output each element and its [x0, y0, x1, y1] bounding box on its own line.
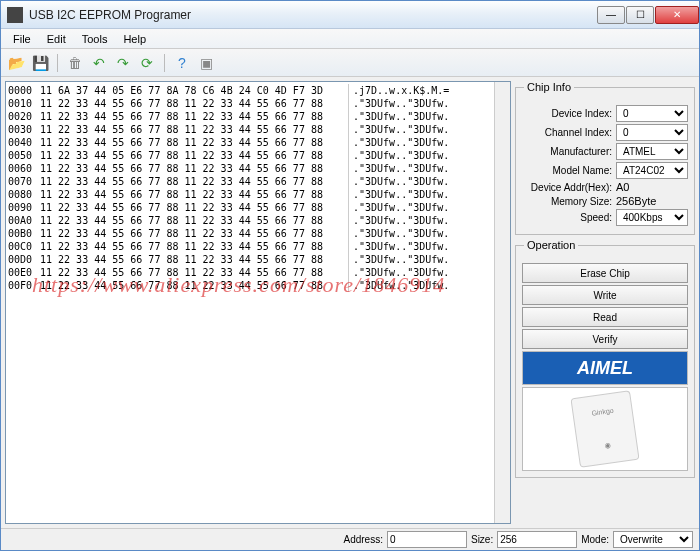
hex-row[interactable]: 006011 22 33 44 55 66 77 88 11 22 33 44 … — [8, 162, 492, 175]
hex-row[interactable]: 009011 22 33 44 55 66 77 88 11 22 33 44 … — [8, 201, 492, 214]
menu-edit[interactable]: Edit — [39, 31, 74, 47]
erase-chip-button[interactable]: Erase Chip — [522, 263, 688, 283]
chip-info-title: Chip Info — [524, 81, 574, 93]
scrollbar[interactable] — [494, 82, 510, 523]
statusbar: Address: Size: Mode: Overwrite — [1, 528, 699, 550]
hex-editor[interactable]: 000011 6A 37 44 05 E6 77 8A 78 C6 4B 24 … — [5, 81, 511, 524]
menubar: File Edit Tools Help — [1, 29, 699, 49]
speed-label: Speed: — [522, 212, 616, 223]
write-button[interactable]: Write — [522, 285, 688, 305]
operation-title: Operation — [524, 239, 578, 251]
hex-row[interactable]: 00A011 22 33 44 55 66 77 88 11 22 33 44 … — [8, 214, 492, 227]
info-icon[interactable]: ▣ — [195, 52, 217, 74]
hex-row[interactable]: 00E011 22 33 44 55 66 77 88 11 22 33 44 … — [8, 266, 492, 279]
hex-row[interactable]: 007011 22 33 44 55 66 77 88 11 22 33 44 … — [8, 175, 492, 188]
close-button[interactable]: ✕ — [655, 6, 699, 24]
save-icon[interactable]: 💾 — [29, 52, 51, 74]
redo-icon[interactable]: ↷ — [112, 52, 134, 74]
hex-row[interactable]: 00C011 22 33 44 55 66 77 88 11 22 33 44 … — [8, 240, 492, 253]
device-index-select[interactable]: 0 — [616, 105, 688, 122]
app-icon — [7, 7, 23, 23]
device-image: Ginkgo◉ — [522, 387, 688, 471]
device-addr-value: A0 — [616, 181, 688, 193]
device-addr-label: Device Addr(Hex): — [522, 182, 616, 193]
separator — [57, 54, 58, 72]
hex-row[interactable]: 003011 22 33 44 55 66 77 88 11 22 33 44 … — [8, 123, 492, 136]
hex-row[interactable]: 00D011 22 33 44 55 66 77 88 11 22 33 44 … — [8, 253, 492, 266]
speed-select[interactable]: 400Kbps — [616, 209, 688, 226]
hex-row[interactable]: 004011 22 33 44 55 66 77 88 11 22 33 44 … — [8, 136, 492, 149]
hex-row[interactable]: 00B011 22 33 44 55 66 77 88 11 22 33 44 … — [8, 227, 492, 240]
verify-button[interactable]: Verify — [522, 329, 688, 349]
device-index-label: Device Index: — [522, 108, 616, 119]
open-icon[interactable]: 📂 — [5, 52, 27, 74]
hex-row[interactable]: 002011 22 33 44 55 66 77 88 11 22 33 44 … — [8, 110, 492, 123]
hex-row[interactable]: 001011 22 33 44 55 66 77 88 11 22 33 44 … — [8, 97, 492, 110]
manufacturer-select[interactable]: ATMEL — [616, 143, 688, 160]
operation-group: Operation Erase Chip Write Read Verify A… — [515, 239, 695, 478]
window-title: USB I2C EEPROM Programer — [29, 8, 596, 22]
address-input[interactable] — [387, 531, 467, 548]
minimize-button[interactable]: — — [597, 6, 625, 24]
hex-row[interactable]: 000011 6A 37 44 05 E6 77 8A 78 C6 4B 24 … — [8, 84, 492, 97]
menu-file[interactable]: File — [5, 31, 39, 47]
size-label: Size: — [471, 534, 493, 545]
hex-row[interactable]: 00F011 22 33 44 55 66 77 88 11 22 33 44 … — [8, 279, 492, 292]
maximize-button[interactable]: ☐ — [626, 6, 654, 24]
menu-help[interactable]: Help — [115, 31, 154, 47]
address-label: Address: — [344, 534, 383, 545]
help-icon[interactable]: ? — [171, 52, 193, 74]
mode-select[interactable]: Overwrite — [613, 531, 693, 548]
delete-icon[interactable]: 🗑 — [64, 52, 86, 74]
channel-index-label: Channel Index: — [522, 127, 616, 138]
refresh-icon[interactable]: ⟳ — [136, 52, 158, 74]
mode-label: Mode: — [581, 534, 609, 545]
hex-row[interactable]: 005011 22 33 44 55 66 77 88 11 22 33 44 … — [8, 149, 492, 162]
size-input[interactable] — [497, 531, 577, 548]
undo-icon[interactable]: ↶ — [88, 52, 110, 74]
model-name-select[interactable]: AT24C02 — [616, 162, 688, 179]
chip-info-group: Chip Info Device Index:0 Channel Index:0… — [515, 81, 695, 235]
hex-row[interactable]: 008011 22 33 44 55 66 77 88 11 22 33 44 … — [8, 188, 492, 201]
manufacturer-label: Manufacturer: — [522, 146, 616, 157]
titlebar: USB I2C EEPROM Programer — ☐ ✕ — [1, 1, 699, 29]
memory-size-value: 256Byte — [616, 195, 688, 207]
model-name-label: Model Name: — [522, 165, 616, 176]
separator — [164, 54, 165, 72]
read-button[interactable]: Read — [522, 307, 688, 327]
channel-index-select[interactable]: 0 — [616, 124, 688, 141]
toolbar: 📂 💾 🗑 ↶ ↷ ⟳ ? ▣ — [1, 49, 699, 77]
menu-tools[interactable]: Tools — [74, 31, 116, 47]
memory-size-label: Memory Size: — [522, 196, 616, 207]
atmel-logo: AIMEL — [522, 351, 688, 385]
